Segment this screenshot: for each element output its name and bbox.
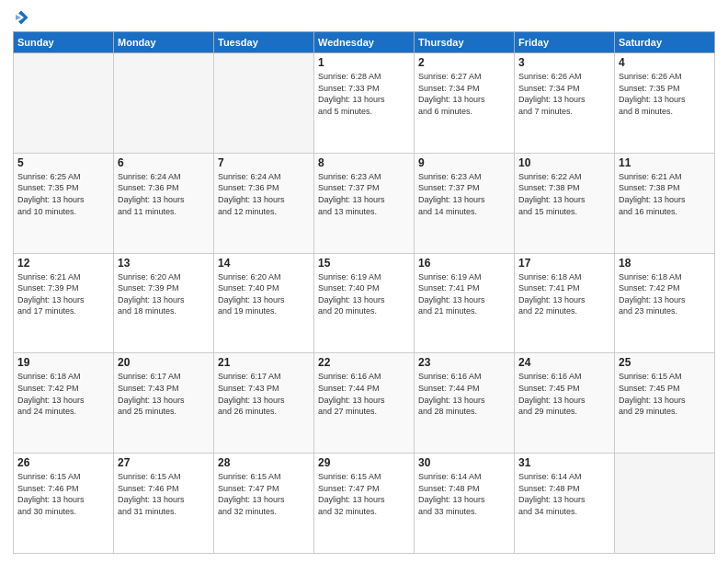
day-number: 20	[118, 356, 210, 369]
day-number: 12	[17, 257, 109, 270]
week-row: 12Sunrise: 6:21 AM Sunset: 7:39 PM Dayli…	[14, 253, 715, 353]
day-info: Sunrise: 6:16 AM Sunset: 7:45 PM Dayligh…	[518, 371, 610, 417]
calendar: SundayMondayTuesdayWednesdayThursdayFrid…	[13, 31, 715, 554]
day-number: 29	[318, 456, 410, 469]
day-number: 3	[518, 56, 610, 69]
day-info: Sunrise: 6:21 AM Sunset: 7:38 PM Dayligh…	[619, 171, 711, 217]
day-header-thursday: Thursday	[415, 32, 515, 53]
day-number: 22	[318, 356, 410, 369]
calendar-cell: 25Sunrise: 6:15 AM Sunset: 7:45 PM Dayli…	[615, 353, 715, 454]
calendar-cell: 31Sunrise: 6:14 AM Sunset: 7:48 PM Dayli…	[515, 454, 615, 554]
day-number: 23	[418, 356, 510, 369]
calendar-cell: 28Sunrise: 6:15 AM Sunset: 7:47 PM Dayli…	[214, 454, 314, 554]
day-info: Sunrise: 6:19 AM Sunset: 7:40 PM Dayligh…	[318, 271, 410, 317]
calendar-cell: 29Sunrise: 6:15 AM Sunset: 7:47 PM Dayli…	[314, 454, 415, 554]
day-info: Sunrise: 6:16 AM Sunset: 7:44 PM Dayligh…	[418, 371, 510, 417]
day-number: 11	[619, 156, 711, 169]
day-info: Sunrise: 6:21 AM Sunset: 7:39 PM Dayligh…	[17, 271, 109, 317]
day-number: 1	[318, 56, 410, 69]
day-number: 10	[518, 156, 610, 169]
calendar-cell: 9Sunrise: 6:23 AM Sunset: 7:37 PM Daylig…	[415, 153, 515, 253]
day-number: 27	[118, 456, 210, 469]
day-number: 14	[218, 257, 310, 270]
day-info: Sunrise: 6:24 AM Sunset: 7:36 PM Dayligh…	[218, 171, 310, 217]
day-number: 21	[218, 356, 310, 369]
header	[13, 9, 715, 26]
calendar-cell: 2Sunrise: 6:27 AM Sunset: 7:34 PM Daylig…	[415, 53, 515, 154]
day-header-wednesday: Wednesday	[314, 32, 415, 53]
calendar-cell	[214, 53, 314, 154]
day-info: Sunrise: 6:20 AM Sunset: 7:40 PM Dayligh…	[218, 271, 310, 317]
day-header-monday: Monday	[114, 32, 214, 53]
day-number: 15	[318, 257, 410, 270]
logo	[13, 9, 31, 26]
calendar-cell: 19Sunrise: 6:18 AM Sunset: 7:42 PM Dayli…	[14, 353, 114, 454]
calendar-cell: 15Sunrise: 6:19 AM Sunset: 7:40 PM Dayli…	[314, 253, 415, 353]
week-row: 5Sunrise: 6:25 AM Sunset: 7:35 PM Daylig…	[14, 153, 715, 253]
calendar-cell	[114, 53, 214, 154]
calendar-cell: 22Sunrise: 6:16 AM Sunset: 7:44 PM Dayli…	[314, 353, 415, 454]
day-number: 8	[318, 156, 410, 169]
calendar-cell: 17Sunrise: 6:18 AM Sunset: 7:41 PM Dayli…	[515, 253, 615, 353]
day-info: Sunrise: 6:19 AM Sunset: 7:41 PM Dayligh…	[418, 271, 510, 317]
day-info: Sunrise: 6:15 AM Sunset: 7:45 PM Dayligh…	[619, 371, 711, 417]
week-row: 26Sunrise: 6:15 AM Sunset: 7:46 PM Dayli…	[14, 454, 715, 554]
day-number: 7	[218, 156, 310, 169]
calendar-cell: 24Sunrise: 6:16 AM Sunset: 7:45 PM Dayli…	[515, 353, 615, 454]
day-info: Sunrise: 6:15 AM Sunset: 7:46 PM Dayligh…	[17, 471, 109, 517]
header-row: SundayMondayTuesdayWednesdayThursdayFrid…	[14, 32, 715, 53]
calendar-cell: 1Sunrise: 6:28 AM Sunset: 7:33 PM Daylig…	[314, 53, 415, 154]
day-number: 4	[619, 56, 711, 69]
calendar-cell: 7Sunrise: 6:24 AM Sunset: 7:36 PM Daylig…	[214, 153, 314, 253]
day-number: 5	[17, 156, 109, 169]
calendar-cell: 13Sunrise: 6:20 AM Sunset: 7:39 PM Dayli…	[114, 253, 214, 353]
day-header-saturday: Saturday	[615, 32, 715, 53]
day-info: Sunrise: 6:15 AM Sunset: 7:47 PM Dayligh…	[218, 471, 310, 517]
day-number: 6	[118, 156, 210, 169]
calendar-cell: 21Sunrise: 6:17 AM Sunset: 7:43 PM Dayli…	[214, 353, 314, 454]
day-info: Sunrise: 6:23 AM Sunset: 7:37 PM Dayligh…	[318, 171, 410, 217]
calendar-cell	[615, 454, 715, 554]
day-number: 17	[518, 257, 610, 270]
calendar-cell: 8Sunrise: 6:23 AM Sunset: 7:37 PM Daylig…	[314, 153, 415, 253]
day-header-sunday: Sunday	[14, 32, 114, 53]
day-number: 16	[418, 257, 510, 270]
day-info: Sunrise: 6:14 AM Sunset: 7:48 PM Dayligh…	[518, 471, 610, 517]
day-info: Sunrise: 6:16 AM Sunset: 7:44 PM Dayligh…	[318, 371, 410, 417]
calendar-cell: 4Sunrise: 6:26 AM Sunset: 7:35 PM Daylig…	[615, 53, 715, 154]
day-number: 9	[418, 156, 510, 169]
day-info: Sunrise: 6:15 AM Sunset: 7:46 PM Dayligh…	[118, 471, 210, 517]
week-row: 1Sunrise: 6:28 AM Sunset: 7:33 PM Daylig…	[14, 53, 715, 154]
day-number: 19	[17, 356, 109, 369]
day-header-friday: Friday	[515, 32, 615, 53]
day-info: Sunrise: 6:15 AM Sunset: 7:47 PM Dayligh…	[318, 471, 410, 517]
svg-marker-1	[16, 15, 21, 20]
page: SundayMondayTuesdayWednesdayThursdayFrid…	[0, 0, 728, 563]
logo-icon	[13, 9, 29, 26]
day-number: 13	[118, 257, 210, 270]
calendar-cell: 6Sunrise: 6:24 AM Sunset: 7:36 PM Daylig…	[114, 153, 214, 253]
day-number: 2	[418, 56, 510, 69]
day-info: Sunrise: 6:17 AM Sunset: 7:43 PM Dayligh…	[218, 371, 310, 417]
day-info: Sunrise: 6:18 AM Sunset: 7:42 PM Dayligh…	[619, 271, 711, 317]
calendar-cell: 30Sunrise: 6:14 AM Sunset: 7:48 PM Dayli…	[415, 454, 515, 554]
day-number: 28	[218, 456, 310, 469]
day-info: Sunrise: 6:24 AM Sunset: 7:36 PM Dayligh…	[118, 171, 210, 217]
calendar-cell: 11Sunrise: 6:21 AM Sunset: 7:38 PM Dayli…	[615, 153, 715, 253]
day-info: Sunrise: 6:17 AM Sunset: 7:43 PM Dayligh…	[118, 371, 210, 417]
day-info: Sunrise: 6:25 AM Sunset: 7:35 PM Dayligh…	[17, 171, 109, 217]
calendar-cell: 14Sunrise: 6:20 AM Sunset: 7:40 PM Dayli…	[214, 253, 314, 353]
week-row: 19Sunrise: 6:18 AM Sunset: 7:42 PM Dayli…	[14, 353, 715, 454]
day-info: Sunrise: 6:26 AM Sunset: 7:35 PM Dayligh…	[619, 71, 711, 117]
day-number: 25	[619, 356, 711, 369]
calendar-cell: 3Sunrise: 6:26 AM Sunset: 7:34 PM Daylig…	[515, 53, 615, 154]
calendar-cell: 27Sunrise: 6:15 AM Sunset: 7:46 PM Dayli…	[114, 454, 214, 554]
day-header-tuesday: Tuesday	[214, 32, 314, 53]
day-info: Sunrise: 6:23 AM Sunset: 7:37 PM Dayligh…	[418, 171, 510, 217]
day-number: 18	[619, 257, 711, 270]
calendar-cell	[14, 53, 114, 154]
day-number: 24	[518, 356, 610, 369]
calendar-cell: 12Sunrise: 6:21 AM Sunset: 7:39 PM Dayli…	[14, 253, 114, 353]
day-info: Sunrise: 6:18 AM Sunset: 7:41 PM Dayligh…	[518, 271, 610, 317]
calendar-cell: 26Sunrise: 6:15 AM Sunset: 7:46 PM Dayli…	[14, 454, 114, 554]
